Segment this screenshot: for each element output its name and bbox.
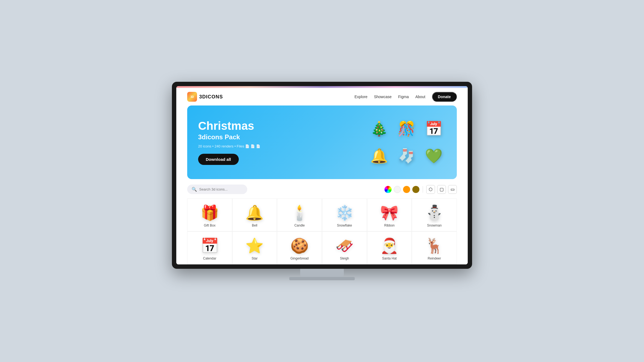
icon-label-gingerbread: Gingerbread [290, 257, 309, 260]
search-box[interactable]: 🔍 [187, 185, 247, 194]
hero-meta: 20 icons • 240 renders • Files 📄 📄 📄 [198, 144, 367, 148]
icon-label-snowman: Snowman [427, 224, 442, 227]
icon-sleigh: 🛷 [335, 237, 354, 254]
icon-label-bell: Bell [252, 224, 257, 227]
icon-gingerbread: 🍪 [290, 237, 309, 254]
hero-icon-wreath: 💚 [421, 144, 446, 168]
nav-figma[interactable]: Figma [398, 95, 409, 99]
icon-card-reindeer[interactable]: 🦌 Reindeer [412, 231, 457, 264]
monitor-stand [300, 269, 344, 277]
icon-candle: 🕯️ [290, 204, 309, 221]
icon-card-calendar[interactable]: 📅 Calendar [187, 231, 232, 264]
gradient-bar [176, 86, 468, 88]
nav-explore[interactable]: Explore [354, 95, 367, 99]
donate-button[interactable]: Donate [432, 92, 457, 102]
white-filter[interactable] [394, 186, 401, 193]
icon-label-ribbon: Ribbon [384, 224, 395, 227]
logo-area: 3D 3DICONS [187, 92, 223, 102]
icon-card-santahat[interactable]: 🎅 Santa Hat [367, 231, 412, 264]
hero-subtitle: 3dicons Pack [198, 133, 367, 141]
icon-card-candle[interactable]: 🕯️ Candle [277, 198, 322, 231]
icon-snowman: ⛄ [425, 204, 443, 221]
icon-label-santahat: Santa Hat [382, 257, 396, 260]
icon-label-snowflake: Snowflake [337, 224, 352, 227]
icon-label-giftbox: Gift Box [204, 224, 216, 227]
hero-icons-area: 🎄 🎊 📅 🔔 🧦 💚 [367, 116, 446, 168]
navbar: 3D 3DICONS Explore Showcase Figma About … [176, 88, 468, 105]
icon-card-ribbon[interactable]: 🎀 Ribbon [367, 198, 412, 231]
icon-santahat: 🎅 [380, 237, 398, 254]
screen: 3D 3DICONS Explore Showcase Figma About … [176, 86, 468, 264]
icon-label-calendar: Calendar [203, 257, 216, 260]
icon-card-star[interactable]: ⭐ Star [232, 231, 277, 264]
icon-ribbon: 🎀 [380, 204, 398, 221]
hero-icon-bell: 🔔 [367, 144, 391, 168]
hero-icon-calendar: 📅 [421, 116, 446, 141]
logo-icon: 3D [187, 92, 197, 102]
cube-filter[interactable]: ⬡ [426, 185, 435, 194]
square-filter[interactable]: ▢ [437, 185, 446, 194]
hero-icon-stocking: 🧦 [394, 144, 419, 168]
icon-snowflake: ❄️ [335, 204, 354, 221]
browser-chrome [176, 86, 468, 88]
page-content: 3D 3DICONS Explore Showcase Figma About … [176, 88, 468, 264]
nav-links: Explore Showcase Figma About Donate [354, 92, 457, 102]
icon-label-reindeer: Reindeer [428, 257, 441, 260]
icon-card-snowman[interactable]: ⛄ Snowman [412, 198, 457, 231]
icon-bell: 🔔 [245, 204, 264, 221]
icon-card-giftbox[interactable]: 🎁 Gift Box [187, 198, 232, 231]
filter-divider [423, 186, 423, 193]
orange-filter[interactable] [403, 186, 410, 193]
hero-title: Christmas [198, 120, 367, 132]
search-input[interactable] [199, 187, 243, 191]
yellow-filter[interactable] [412, 186, 419, 193]
icon-reindeer: 🦌 [425, 237, 443, 254]
icons-grid-row2: 📅 Calendar ⭐ Star 🍪 Gingerbread 🛷 Sleigh [187, 231, 457, 264]
hero-banner: Christmas 3dicons Pack 20 icons • 240 re… [187, 105, 457, 179]
color-wheel-filter[interactable] [384, 186, 392, 193]
filter-icons: ⬡ ▢ ▭ [384, 185, 457, 194]
icon-card-gingerbread[interactable]: 🍪 Gingerbread [277, 231, 322, 264]
logo-text: 3DICONS [199, 94, 223, 100]
icon-card-sleigh[interactable]: 🛷 Sleigh [322, 231, 367, 264]
icon-star: ⭐ [245, 237, 264, 254]
rect-filter[interactable]: ▭ [448, 185, 457, 194]
icon-label-sleigh: Sleigh [340, 257, 349, 260]
search-filter-row: 🔍 ⬡ ▢ ▭ [187, 185, 457, 194]
icon-giftbox: 🎁 [201, 204, 219, 221]
icon-card-snowflake[interactable]: ❄️ Snowflake [322, 198, 367, 231]
icon-label-candle: Candle [294, 224, 305, 227]
monitor-base [289, 277, 355, 280]
monitor-frame: 3D 3DICONS Explore Showcase Figma About … [172, 82, 472, 269]
icons-grid-row1: 🎁 Gift Box 🔔 Bell 🕯️ Candle ❄️ Snowflake [187, 198, 457, 231]
nav-about[interactable]: About [415, 95, 425, 99]
hero-text: Christmas 3dicons Pack 20 icons • 240 re… [198, 120, 367, 165]
nav-showcase[interactable]: Showcase [374, 95, 392, 99]
hero-icon-tree: 🎄 [367, 116, 391, 141]
icon-calendar: 📅 [201, 237, 219, 254]
icon-card-bell[interactable]: 🔔 Bell [232, 198, 277, 231]
hero-download-button[interactable]: Download all [198, 154, 239, 165]
hero-icon-ornament: 🎊 [394, 116, 419, 141]
search-icon: 🔍 [192, 187, 197, 192]
icon-label-star: Star [252, 257, 258, 260]
